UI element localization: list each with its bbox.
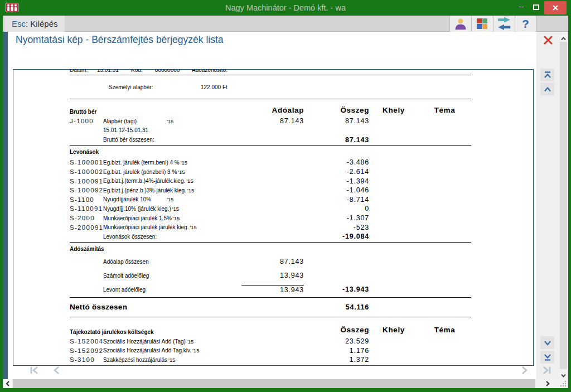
cell-osszeg: 1.372 (304, 356, 369, 364)
scrollbar-left-arrow-icon[interactable] (3, 379, 13, 388)
cell-desc: Munkaerőpiaci járulék járulék kieg.'15 (103, 224, 192, 230)
esc-exit-button[interactable]: Esc: Kilépés (4, 16, 65, 32)
preview-close-button[interactable] (541, 33, 554, 46)
scrollbar-down-arrow-icon[interactable] (560, 371, 567, 377)
close-icon (543, 35, 553, 45)
year-text: '15 (192, 347, 199, 354)
menubar: Esc: Kilépés (3, 16, 568, 32)
doc-row-calc: Számolt adóelőleg13.943 (70, 269, 471, 283)
desc-text: Bruttó bér összesen: (103, 137, 166, 143)
desc-text: Munkaerőpiaci járulék 1,5% (103, 215, 172, 221)
desc-text: Alapbér (tagi) (103, 118, 166, 124)
cell-code: S-100001 (70, 159, 103, 166)
document-rows: Dátum: 15.01.31 Kód: 00000000 Adóazonosí… (70, 70, 471, 366)
cell-desc: 15.01.12-15.01.31 (103, 127, 192, 133)
scroll-up-button[interactable] (540, 83, 554, 95)
scroll-to-top-button[interactable] (540, 69, 554, 81)
modules-button[interactable] (471, 16, 493, 32)
maximize-button[interactable] (530, 0, 542, 14)
doc-row-subtotal: Bruttó bér összesen:87.143 (70, 135, 471, 144)
last-page-button[interactable] (539, 364, 554, 376)
doc-row-seclabel: Adószámítás (70, 243, 471, 255)
cell-code: S-200091 (70, 224, 103, 231)
cell-osszeg: -1.307 (304, 214, 369, 222)
help-button[interactable]: ? (515, 16, 536, 32)
doc-row-item: S-3100Szakképzési hozzájárulás'151.372 (70, 355, 471, 365)
doc-row-meta: Dátum: 15.01.31 Kód: 00000000 Adóazonosí… (70, 70, 471, 74)
close-button[interactable]: ✕ (544, 1, 567, 14)
cell-osszeg: 87.143 (304, 136, 369, 144)
doc-row-item: S-200091Munkaerőpiaci járulék járulék ki… (70, 222, 471, 232)
cell-adoalap: 13.943 (192, 272, 304, 279)
col-header-osszeg: Összeg (304, 326, 369, 334)
section-label: Bruttó bér (70, 109, 192, 117)
first-page-button[interactable] (27, 364, 42, 376)
horizontal-scrollbar-thumb[interactable] (13, 379, 535, 388)
col-header-tema: Téma (418, 326, 471, 334)
cell-code: S-3100 (70, 356, 103, 363)
pager-right (517, 364, 554, 376)
cell-desc: Nyugdíjjárulék 10%'15 (103, 196, 192, 202)
scroll-to-bottom-button[interactable] (540, 351, 554, 364)
doc-row-sechead: Tájékoztató járulékos költségekÖsszegKhe… (70, 318, 471, 337)
cell-osszeg: -2.614 (304, 168, 369, 176)
cell-adoalap: 13.943 (192, 285, 304, 294)
user-icon (454, 18, 467, 30)
vertical-scrollbar[interactable] (559, 32, 568, 379)
resize-grip[interactable] (559, 380, 567, 388)
cell-osszeg: -13.943 (304, 285, 369, 293)
cell-code: S-100092 (70, 187, 103, 193)
user-button[interactable] (449, 16, 471, 32)
next-page-button[interactable] (517, 364, 531, 376)
app-window: Nagy Machinátor - Demó kft. - wa – ✕ Esc… (0, 0, 571, 392)
scrollbar-right-arrow-icon[interactable] (543, 379, 553, 388)
col-header-tema: Téma (418, 106, 471, 114)
preview-title: Nyomtatási kép - Bérszámfejtés bérjegyzé… (16, 34, 224, 46)
vertical-scrollbar-thumb[interactable] (560, 42, 567, 369)
doc-row-item: S-2000Munkaerőpiaci járulék 1,5%'15-1.30… (70, 214, 471, 223)
document-page: Dátum: 15.01.31 Kód: 00000000 Adóazonosí… (13, 69, 534, 366)
desc-text: Nyugdíjjárulék 10% (103, 196, 166, 202)
first-page-icon (29, 365, 40, 375)
cell-osszeg: -523 (304, 224, 369, 231)
modules-grid-icon (477, 18, 488, 30)
doc-row-net: Nettó összesen54.116 (70, 298, 471, 316)
cell-code: S-110091 (70, 205, 103, 212)
cell-code: S-100091 (70, 178, 103, 185)
cell-desc: Eg.bizt. járulék (term.beni) 4 %'15 (103, 159, 192, 166)
cell-desc: Számolt adóelőleg (103, 273, 192, 279)
previous-page-icon (52, 365, 61, 375)
cell-code: S-152004 (70, 338, 103, 345)
horizontal-scrollbar[interactable] (3, 379, 568, 388)
cell-desc: Nyugdíjj.10% (járulék kieg.)'15 (103, 206, 192, 212)
col-header-adoalap: Adóalap (192, 106, 304, 114)
col-header-osszeg: Összeg (304, 106, 369, 114)
desc-text: 15.01.12-15.01.31 (103, 127, 166, 133)
desc-text: Szakképzési hozzájárulás (103, 357, 167, 363)
scroll-down-button[interactable] (540, 336, 554, 349)
cell-osszeg: 23.529 (304, 337, 369, 345)
cell-osszeg: -1.046 (304, 186, 369, 194)
year-text: '15 (167, 196, 173, 202)
chevron-up-icon (543, 86, 552, 93)
previous-page-button[interactable] (50, 364, 64, 376)
scrollbar-up-arrow-icon[interactable] (560, 34, 567, 40)
minimize-button[interactable]: – (515, 0, 528, 14)
doc-row-item: S-100001Eg.bizt. járulék (term.beni) 4 %… (70, 158, 471, 167)
cell-desc: Adóalap összesen (103, 259, 192, 265)
toolbar: ? (449, 16, 536, 32)
cell-adoalap: 87.143 (192, 117, 304, 125)
net-label: Nettó összesen (70, 303, 192, 311)
adoalap-value: 13.943 (241, 285, 304, 294)
horizontal-rule (70, 99, 471, 99)
year-text: '15 (172, 206, 179, 212)
esc-key-label: Esc (12, 19, 26, 28)
doc-row-item: S-1100Nyugdíjjárulék 10%'15-8.714 (70, 195, 471, 205)
cell-desc: Levont adóelőleg (103, 287, 192, 293)
year-text: '15 (187, 338, 193, 345)
transfer-button[interactable] (493, 16, 515, 32)
cell-code: S-100002 (70, 168, 103, 175)
exit-label: : Kilépés (26, 19, 58, 28)
window-title: Nagy Machinátor - Demó kft. - wa (0, 0, 571, 16)
cell-osszeg: -3.486 (304, 158, 369, 166)
